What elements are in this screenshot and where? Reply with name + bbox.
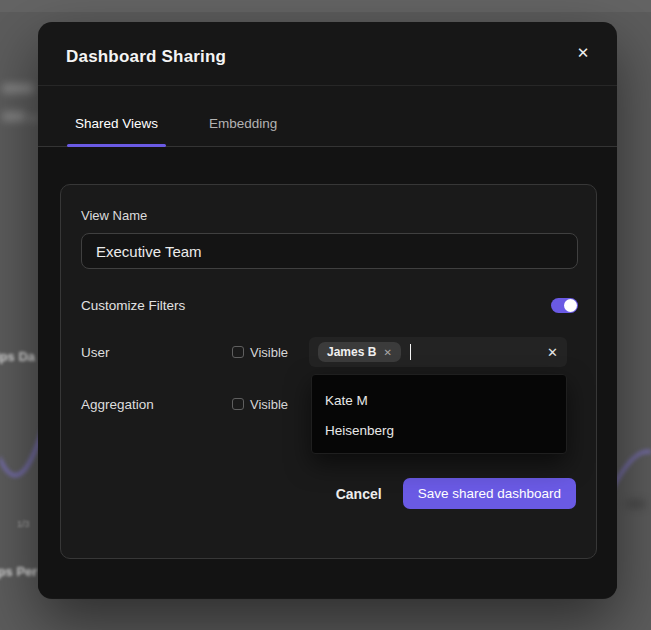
user-chip-label: James B <box>327 345 376 359</box>
modal-tabbar: Shared Views Embedding <box>38 86 617 147</box>
view-name-input[interactable] <box>81 233 578 269</box>
dropdown-option-kate-m[interactable]: Kate M <box>312 385 566 415</box>
shared-view-form-card: View Name Customize Filters User Visible… <box>60 184 597 559</box>
customize-filters-label: Customize Filters <box>81 298 185 313</box>
user-options-dropdown: Kate M Heisenberg <box>311 374 567 454</box>
chip-remove-icon[interactable]: ✕ <box>383 347 391 358</box>
dropdown-option-heisenberg[interactable]: Heisenberg <box>312 415 566 445</box>
clear-input-icon[interactable]: ✕ <box>547 346 558 359</box>
tab-shared-views[interactable]: Shared Views <box>67 100 166 146</box>
tab-embedding[interactable]: Embedding <box>201 100 285 146</box>
user-filter-row: User Visible James B ✕ ✕ <box>81 337 567 367</box>
user-filter-label: User <box>81 345 232 360</box>
aggregation-visible-checkbox[interactable] <box>232 398 244 410</box>
user-chip: James B ✕ <box>318 342 401 362</box>
aggregation-visible-label: Visible <box>250 397 288 412</box>
cancel-button[interactable]: Cancel <box>336 486 382 502</box>
view-name-label: View Name <box>81 208 147 223</box>
aggregation-filter-label: Aggregation <box>81 397 232 412</box>
close-icon[interactable]: ✕ <box>571 41 595 65</box>
modal-header: Dashboard Sharing ✕ <box>38 22 617 86</box>
user-filter-value-input[interactable]: James B ✕ ✕ <box>309 337 567 367</box>
save-shared-dashboard-button[interactable]: Save shared dashboard <box>403 478 576 509</box>
toggle-knob <box>564 299 577 312</box>
form-footer: Cancel Save shared dashboard <box>336 478 576 509</box>
modal-title: Dashboard Sharing <box>66 47 226 67</box>
text-cursor <box>410 344 411 360</box>
aggregation-visible-checkbox-group[interactable]: Visible <box>232 397 309 412</box>
user-visible-label: Visible <box>250 345 288 360</box>
customize-filters-row: Customize Filters <box>81 295 578 315</box>
user-visible-checkbox-group[interactable]: Visible <box>232 345 309 360</box>
dashboard-sharing-modal: Dashboard Sharing ✕ Shared Views Embeddi… <box>38 22 617 599</box>
customize-filters-toggle[interactable] <box>551 298 578 313</box>
modal-body: View Name Customize Filters User Visible… <box>38 147 617 598</box>
user-visible-checkbox[interactable] <box>232 346 244 358</box>
